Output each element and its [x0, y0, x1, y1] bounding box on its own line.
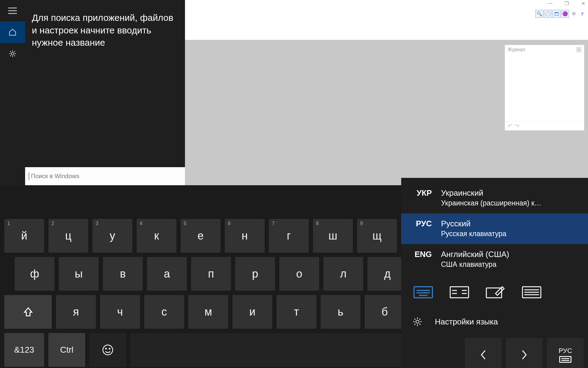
key-и[interactable]: и [232, 295, 272, 329]
lang-code: ENG [410, 250, 432, 259]
layout-standard-icon[interactable] [412, 285, 434, 299]
key-ф[interactable]: ф [15, 257, 55, 291]
history-close-icon[interactable]: ✕ [576, 47, 582, 52]
key-б[interactable]: б [365, 295, 405, 329]
key-т[interactable]: т [277, 295, 316, 329]
hamburger-button[interactable] [0, 0, 25, 21]
lang-detail: США клавиатура [441, 260, 509, 269]
text-caret [29, 172, 29, 180]
layout-full-icon[interactable] [521, 285, 543, 299]
home-button[interactable] [0, 21, 25, 43]
key-к[interactable]: 4к [137, 219, 176, 253]
history-undo-icon[interactable]: ↶ [507, 122, 513, 130]
key-щ[interactable]: 9щ [357, 219, 397, 253]
lang-name: Русский [441, 219, 506, 228]
key-а[interactable]: а [147, 257, 187, 291]
keyboard-layout-row [401, 280, 588, 305]
lang-name: Английский (США) [441, 250, 509, 259]
shift-key[interactable] [4, 295, 52, 329]
lang-indicator-label: РУС [559, 347, 572, 355]
tool-window-icon[interactable]: 🗔 [552, 10, 560, 18]
svg-point-6 [109, 348, 110, 349]
search-rail [0, 0, 25, 185]
svg-point-3 [11, 52, 14, 55]
lang-nav-left[interactable] [465, 338, 502, 368]
key-ц[interactable]: 2ц [48, 219, 88, 253]
language-settings-button[interactable]: Настройки языка [401, 310, 588, 334]
lang-option-РУС[interactable]: РУСРусскийРусская клавиатура [401, 213, 588, 244]
key-ь[interactable]: ь [321, 295, 360, 329]
lang-indicator-button[interactable]: РУС [547, 338, 584, 368]
minimize-button[interactable]: — [547, 1, 553, 6]
svg-point-21 [416, 320, 419, 323]
svg-rect-7 [414, 287, 432, 298]
key-ч[interactable]: ч [100, 295, 140, 329]
lang-detail: Русская клавиатура [441, 230, 506, 238]
maximize-button[interactable]: ❐ [564, 1, 570, 6]
lang-detail: Украинская (расширенная) к… [441, 199, 541, 207]
svg-point-4 [103, 345, 113, 355]
key-е[interactable]: 5е [181, 219, 221, 253]
symbols-key[interactable]: &123 [4, 333, 44, 367]
layout-split-icon[interactable] [448, 285, 470, 299]
tool-gear-icon[interactable]: ⚙ [570, 10, 578, 18]
window-controls: — ❐ ✕ [547, 1, 586, 6]
tool-color-icon[interactable]: 🟣 [561, 10, 569, 18]
lang-name: Украинский [441, 188, 541, 198]
lang-code: УКР [410, 188, 432, 198]
key-у[interactable]: 3у [92, 219, 132, 253]
search-hint-text: Для поиска приложений, файлов и настроек… [25, 0, 185, 49]
key-л[interactable]: л [323, 257, 363, 291]
lang-option-УКР[interactable]: УКРУкраинскийУкраинская (расширенная) к… [401, 183, 588, 213]
key-р[interactable]: р [235, 257, 275, 291]
history-panel: Журнал ✕ ↶ ↷ [505, 45, 584, 131]
lang-code: РУС [410, 219, 432, 228]
key-о[interactable]: о [279, 257, 319, 291]
lang-option-ENG[interactable]: ENGАнглийский (США)США клавиатура [401, 244, 588, 275]
key-й[interactable]: 1й [4, 219, 44, 253]
gear-icon [412, 316, 423, 327]
key-г[interactable]: 7г [269, 219, 309, 253]
key-в[interactable]: в [103, 257, 143, 291]
ctrl-key[interactable]: Ctrl [48, 333, 85, 367]
svg-rect-11 [450, 287, 469, 298]
quick-toolbar: 🔍 🕘 🗔 🟣 ⚙ ? [535, 10, 586, 18]
emoji-key[interactable] [89, 333, 126, 367]
key-п[interactable]: п [191, 257, 231, 291]
rail-settings-button[interactable] [0, 43, 25, 64]
history-title: Журнал [507, 47, 525, 52]
key-м[interactable]: м [188, 295, 228, 329]
tool-magnifier-icon[interactable]: 🔍 [535, 10, 543, 18]
lang-nav-right[interactable] [506, 338, 543, 368]
history-redo-icon[interactable]: ↷ [514, 122, 520, 130]
svg-point-5 [106, 348, 107, 349]
tool-clock-icon[interactable]: 🕘 [544, 10, 552, 18]
key-я[interactable]: я [56, 295, 96, 329]
layout-handwriting-icon[interactable] [484, 285, 507, 299]
search-input[interactable]: Поиск в Windows [25, 167, 185, 185]
language-flyout: УКРУкраинскийУкраинская (расширенная) к…… [401, 178, 588, 368]
key-н[interactable]: 6н [225, 219, 265, 253]
keyboard-icon [559, 356, 571, 363]
tool-help-icon[interactable]: ? [578, 10, 586, 18]
key-с[interactable]: с [144, 295, 184, 329]
key-ы[interactable]: ы [59, 257, 99, 291]
close-window-button[interactable]: ✕ [580, 1, 586, 6]
key-ш[interactable]: 8ш [313, 219, 353, 253]
search-placeholder: Поиск в Windows [31, 173, 79, 180]
start-search-flyout: Для поиска приложений, файлов и настроек… [0, 0, 185, 185]
language-settings-label: Настройки языка [435, 317, 498, 327]
